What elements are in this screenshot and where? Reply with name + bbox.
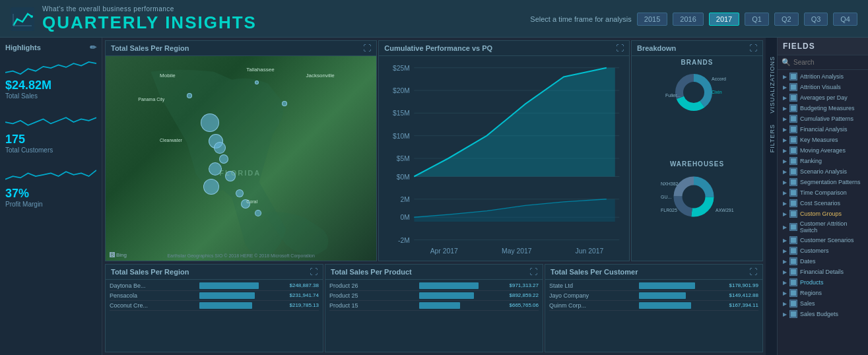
field-item[interactable]: ▶ Budgeting Measures [778,103,868,113]
field-item[interactable]: ▶ Regions [778,288,868,298]
map-panel-title: Total Sales Per Region [111,44,189,52]
row-bar-wrap [639,302,729,309]
cumulative-chart: $25M $20M $15M $10M $5M $0M 2M 0M -2M A [379,56,629,261]
field-type-icon [789,146,797,154]
field-item[interactable]: ▶ Dates [778,256,868,267]
field-icon-inner [791,84,796,90]
svg-text:Accord: Accord [712,77,726,81]
field-icon-inner [791,169,796,174]
row-bar [639,282,695,289]
bottom-region-expand-icon[interactable]: ⛶ [310,267,317,276]
row-label: Pensacola [110,292,199,299]
map-panel-expand-icon[interactable]: ⛶ [363,44,371,53]
field-icon-inner [791,179,796,185]
field-type-icon [789,115,797,123]
bottom-product-expand-icon[interactable]: ⛶ [529,267,537,276]
cumulative-expand-icon[interactable]: ⛶ [616,44,624,53]
table-row: Product 15 $665,765.06 [329,301,539,311]
field-item[interactable]: ▶ Sales [778,298,868,309]
brands-donut-wrap: Accord Cixin Fuller... [664,67,730,113]
q4-btn[interactable]: Q4 [833,13,857,26]
row-bar [199,282,259,289]
edit-icon[interactable]: ✏ [90,43,96,52]
svg-rect-0 [11,7,34,31]
svg-text:AXW291: AXW291 [716,208,734,212]
search-input[interactable] [793,59,864,66]
field-item[interactable]: ▶ Customers [778,245,868,256]
field-icon-inner [791,95,796,100]
map-panel: Total Sales Per Region ⛶ [105,40,377,261]
field-item[interactable]: ▶ Customer Scenarios [778,235,868,245]
field-item[interactable]: ▶ Customer Attrition Switch [778,219,868,235]
bottom-customer-expand-icon[interactable]: ⛶ [749,267,757,276]
field-item[interactable]: ▶ Averages per Day [778,92,868,103]
year-2015-btn[interactable]: 2015 [637,13,667,26]
bing-icon: 🅱 [110,252,115,258]
field-item[interactable]: ▶ Attrition Analysis [778,71,868,82]
field-item[interactable]: ▶ Key Measures [778,135,868,145]
field-item[interactable]: ▶ Moving Averages [778,145,868,156]
total-sales-metric: $24.82M Total Sales [5,79,96,105]
time-label: Select a time frame for analysis [530,15,631,23]
field-item[interactable]: ▶ Ranking [778,156,868,166]
q3-btn[interactable]: Q3 [804,13,828,26]
profit-margin-metric: 37% Profit Margin [5,187,96,213]
total-sales-value: $24.82M [5,79,96,92]
map-dot [203,179,219,195]
cumulative-panel-title: Cumulative Performance vs PQ [384,44,492,52]
field-expand-icon: ▶ [783,211,787,217]
field-icon-inner [791,127,796,132]
bottom-product-title: Total Sales Per Product [331,268,412,276]
row-bar-wrap [419,302,509,309]
year-2016-btn[interactable]: 2016 [673,13,703,26]
field-item[interactable]: ▶ Financial Details [778,267,868,277]
svg-text:$20M: $20M [393,86,410,94]
right-section: VISUALIZATIONS FILTERS FIELDS 🔍 ▶ Attrit… [766,38,868,355]
svg-text:Apr 2017: Apr 2017 [430,247,458,255]
field-icon-inner [791,137,796,143]
table-row: Coconut Cre... $219,785.13 [110,301,319,311]
field-icon-inner [791,211,796,216]
year-2017-btn[interactable]: 2017 [709,13,739,26]
field-type-icon [789,278,797,286]
field-item[interactable]: ▶ Time Comparison [778,187,868,198]
warehouses-title: WAREHOUSES [670,160,724,168]
row-bar-wrap [199,292,289,299]
field-item[interactable]: ▶ Attrition Visuals [778,82,868,92]
header: What's the overall business performance … [0,0,868,38]
field-item[interactable]: ▶ Segmentation Patterns [778,177,868,187]
bottom-customer-title: Total Sales Per Customer [551,268,638,276]
filters-tab[interactable]: FILTERS [766,119,778,158]
field-expand-icon: ▶ [783,74,787,80]
field-item[interactable]: ▶ Custom Groups [778,209,868,219]
field-expand-icon: ▶ [783,137,787,143]
field-item[interactable]: ▶ Cumulative Patterns [778,113,868,124]
field-label: Customer Attrition Switch [800,220,865,234]
svg-text:NXH382: NXH382 [661,181,679,186]
visualizations-tab[interactable]: VISUALIZATIONS [766,51,778,119]
field-item[interactable]: ▶ Sales Budgets [778,309,868,319]
product-table: Product 26 $971,313.27 Product 25 $892,8… [325,280,543,312]
field-label: Products [800,279,824,286]
map-dot [225,171,236,181]
map-dots [106,56,376,261]
q1-btn[interactable]: Q1 [745,13,769,26]
field-expand-icon: ▶ [783,169,787,175]
profit-margin-value: 37% [5,187,96,201]
map-content: Mobile Tallahassee Jacksonville Panama C… [106,56,376,261]
bing-logo: 🅱 Bing [110,252,127,258]
field-item[interactable]: ▶ Cost Scenarios [778,198,868,209]
field-label: Customers [800,247,829,254]
total-customers-value: 175 [5,133,96,146]
field-item[interactable]: ▶ Products [778,277,868,288]
breakdown-expand-icon[interactable]: ⛶ [749,44,757,53]
bottom-customer-panel: Total Sales Per Customer ⛶ State Ltd $17… [545,264,763,352]
svg-text:-2M: -2M [398,236,410,243]
field-icon-inner [791,280,796,285]
field-item[interactable]: ▶ Scenario Analysis [778,166,868,177]
field-item[interactable]: ▶ Financial Analysis [778,124,868,135]
field-label: Budgeting Measures [800,105,855,112]
q2-btn[interactable]: Q2 [774,13,799,26]
breakdown-panel-header: Breakdown ⛶ [632,41,762,56]
table-row: Product 26 $971,313.27 [329,281,539,291]
